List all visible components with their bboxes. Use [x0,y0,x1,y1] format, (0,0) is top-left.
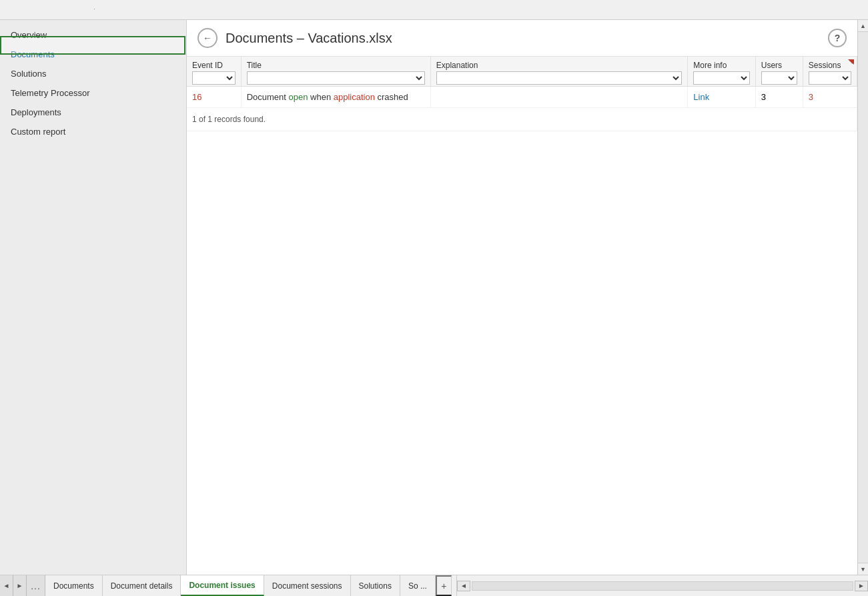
tab-nav-next-icon: ► [17,582,23,589]
tab-scroll-right-icon: ► [858,582,865,589]
content-area: ← Documents – Vacations.xlsx ? Event ID [187,20,857,575]
tab-document-issues[interactable]: Document issues [181,575,264,596]
table-row: 16 Document open when application crashe… [187,87,857,108]
tab-document-details[interactable]: Document details [103,575,181,596]
col-filter-more-info[interactable] [693,71,749,85]
col-filter-explanation[interactable] [436,71,683,85]
data-table: Event ID Title [187,57,857,131]
table-header-row: Event ID Title [187,57,857,87]
tab-scrollbar-track [472,581,853,591]
col-label-explanation: Explanation [436,61,683,70]
col-label-users: Users [761,61,797,70]
bottom-tabs: ◄ ► ... Documents Document details Docum… [0,575,868,596]
col-filter-event-id[interactable] [192,71,236,85]
col-header-title: Title [241,57,430,87]
tab-label-documents: Documents [53,581,94,591]
tab-so-dots[interactable]: So ... [400,575,436,596]
records-found-text: 1 of 1 records found. [192,115,266,124]
cell-explanation [430,87,688,108]
top-dot: · [93,5,95,13]
cell-title: Document open when application crashed [241,87,430,108]
tab-scroll-area: ◄ ► [457,575,868,596]
tab-separator [452,575,457,596]
table-container: Event ID Title [187,57,857,575]
col-filter-title[interactable] [247,71,425,85]
sidebar-item-solutions[interactable]: Solutions [0,64,186,83]
scroll-down-button[interactable]: ▼ [858,563,868,575]
tab-nav-prev-button[interactable]: ◄ [0,575,13,596]
col-header-event-id: Event ID [187,57,241,87]
sidebar-item-overview[interactable]: Overview [0,25,186,45]
main-area: Overview Documents Solutions Telemetry P… [0,20,868,575]
cell-users: 3 [755,87,803,108]
tab-plus-icon: + [441,581,446,591]
more-info-link[interactable]: Link [693,92,709,102]
cell-sessions: 3 [803,87,857,108]
col-label-title: Title [247,61,425,70]
sidebar-item-label: Solutions [11,69,46,79]
event-id-value: 16 [192,92,201,102]
records-info-cell: 1 of 1 records found. [187,108,857,131]
cell-event-id: 16 [187,87,241,108]
col-header-users: Users [755,57,803,87]
tab-label-document-sessions: Document sessions [272,581,342,591]
col-label-more-info: More info [693,61,749,70]
sidebar-item-label: Telemetry Processor [11,88,89,98]
title-text-application: application [334,92,375,102]
title-text-document: Document [247,92,289,102]
back-arrow-icon: ← [203,33,212,43]
tab-documents[interactable]: Documents [45,575,103,596]
scroll-down-icon: ▼ [860,566,866,573]
help-icon: ? [835,33,841,43]
title-text-when: when [308,92,333,102]
col-label-event-id: Event ID [192,61,236,70]
page-title: Documents – Vacations.xlsx [226,31,820,46]
tab-scroll-left-button[interactable]: ◄ [457,581,470,591]
records-info-row: 1 of 1 records found. [187,108,857,131]
tab-dots-icon: ... [31,581,41,591]
col-filter-users[interactable] [761,71,797,85]
tab-label-document-details: Document details [111,581,173,591]
title-text-open: open [289,92,308,102]
tab-label-so-dots: So ... [408,581,427,591]
sidebar-item-custom-report[interactable]: Custom report [0,122,186,141]
tab-add-button[interactable]: + [436,575,452,596]
scrollbar-track [858,32,868,563]
sidebar-item-telemetry-processor[interactable]: Telemetry Processor [0,83,186,103]
tab-solutions[interactable]: Solutions [351,575,400,596]
users-value: 3 [761,92,766,102]
content-header: ← Documents – Vacations.xlsx ? [187,20,857,57]
sessions-link[interactable]: 3 [809,92,813,102]
col-header-explanation: Explanation [430,57,688,87]
sidebar: Overview Documents Solutions Telemetry P… [0,20,187,575]
table-body: 16 Document open when application crashe… [187,87,857,131]
scroll-up-button[interactable]: ▲ [858,20,868,32]
sidebar-item-documents[interactable]: Documents [0,45,186,64]
sidebar-item-label: Overview [11,30,47,40]
tab-dots-button[interactable]: ... [27,575,45,596]
tab-scroll-left-icon: ◄ [460,582,467,589]
tab-nav-prev-icon: ◄ [3,582,10,589]
col-header-sessions: Sessions [803,57,857,87]
sidebar-item-deployments[interactable]: Deployments [0,103,186,122]
scroll-up-icon: ▲ [860,23,866,29]
sidebar-item-label: Custom report [11,127,65,137]
col-header-more-info: More info [688,57,755,87]
top-bar: · [0,0,868,20]
right-scrollbar: ▲ ▼ [857,20,868,575]
col-label-sessions: Sessions [809,61,851,70]
tab-document-sessions[interactable]: Document sessions [264,575,351,596]
title-text-crashed: crashed [375,92,408,102]
tab-nav-next-button[interactable]: ► [13,575,27,596]
col-filter-sessions[interactable] [809,71,851,85]
sort-indicator-icon [849,59,854,65]
help-button[interactable]: ? [828,29,847,47]
tab-label-document-issues: Document issues [189,581,255,590]
sidebar-item-label: Documents [11,49,55,59]
cell-more-info: Link [688,87,755,108]
sidebar-item-label: Deployments [11,107,61,117]
tab-label-solutions: Solutions [359,581,392,591]
tab-scroll-right-button[interactable]: ► [855,581,868,591]
back-button[interactable]: ← [197,28,218,48]
